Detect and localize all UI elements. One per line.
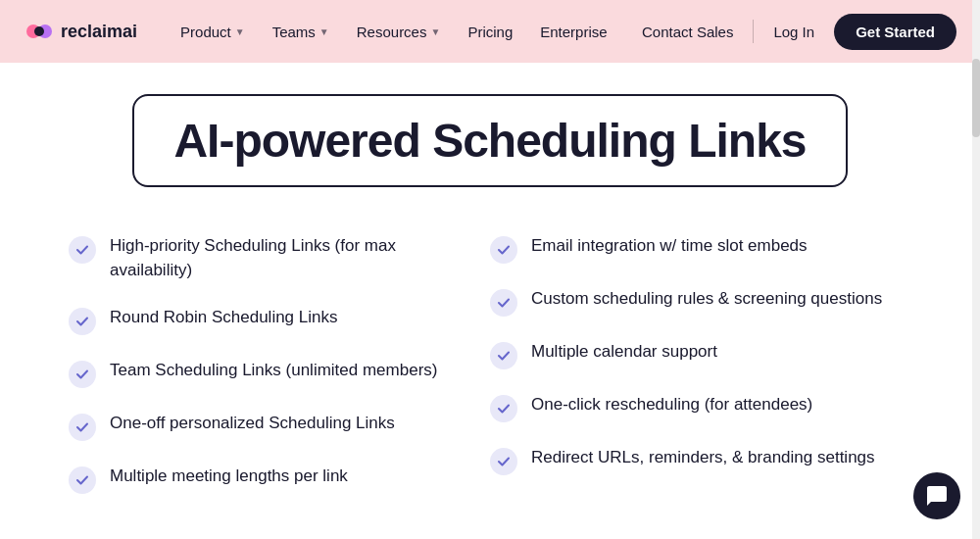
check-icon [69, 308, 96, 335]
check-icon [490, 289, 517, 317]
nav-links: Product ▼ Teams ▼ Resources ▼ Pricing En… [169, 16, 638, 48]
features-right: Email integration w/ time slot embeds Cu… [490, 222, 911, 506]
check-icon [69, 414, 96, 441]
main-content: AI-powered Scheduling Links High-priorit… [0, 63, 980, 529]
nav-item-resources[interactable]: Resources ▼ [345, 16, 453, 48]
log-in-link[interactable]: Log In [769, 16, 818, 48]
check-icon [69, 466, 96, 494]
chevron-down-icon: ▼ [430, 26, 440, 37]
feature-round-robin: Round Robin Scheduling Links [69, 294, 490, 347]
logo[interactable]: reclaimai [24, 16, 137, 47]
nav-item-teams[interactable]: Teams ▼ [261, 16, 341, 48]
feature-text: One-off personalized Scheduling Links [110, 412, 395, 436]
nav-item-product[interactable]: Product ▼ [169, 16, 257, 48]
feature-high-priority: High-priority Scheduling Links (for max … [69, 222, 490, 294]
nav-item-pricing[interactable]: Pricing [456, 16, 524, 48]
hero-title: AI-powered Scheduling Links [173, 114, 806, 168]
scrollbar[interactable] [972, 0, 980, 539]
feature-text: Multiple calendar support [531, 340, 717, 365]
check-icon [490, 448, 517, 475]
feature-redirect-urls: Redirect URLs, reminders, & branding set… [490, 434, 911, 487]
features-grid: High-priority Scheduling Links (for max … [69, 222, 911, 506]
chat-bubble-button[interactable] [913, 472, 960, 519]
chevron-down-icon: ▼ [235, 26, 245, 37]
feature-custom-scheduling: Custom scheduling rules & screening ques… [490, 275, 911, 328]
feature-text: High-priority Scheduling Links (for max … [110, 234, 470, 282]
check-icon [490, 236, 517, 264]
feature-text: One-click rescheduling (for attendees) [531, 393, 812, 417]
feature-text: Round Robin Scheduling Links [110, 306, 338, 330]
check-icon [69, 361, 96, 388]
logo-text: reclaimai [61, 22, 137, 42]
scrollbar-thumb[interactable] [972, 59, 980, 137]
hero-title-box: AI-powered Scheduling Links [132, 94, 847, 187]
nav-divider [753, 20, 754, 43]
check-icon [490, 342, 517, 369]
feature-text: Multiple meeting lengths per link [110, 465, 348, 489]
svg-point-2 [34, 26, 44, 36]
feature-text: Redirect URLs, reminders, & branding set… [531, 446, 875, 470]
nav-item-enterprise[interactable]: Enterprise [528, 16, 618, 48]
feature-text: Email integration w/ time slot embeds [531, 234, 808, 259]
check-icon [490, 395, 517, 422]
nav-right: Contact Sales Log In Get Started [638, 14, 956, 50]
feature-email-integration: Email integration w/ time slot embeds [490, 222, 911, 275]
feature-text: Team Scheduling Links (unlimited members… [110, 359, 437, 383]
feature-text: Custom scheduling rules & screening ques… [531, 287, 882, 312]
feature-meeting-lengths: Multiple meeting lengths per link [69, 453, 490, 506]
feature-one-off: One-off personalized Scheduling Links [69, 400, 490, 453]
feature-team-scheduling: Team Scheduling Links (unlimited members… [69, 347, 490, 400]
feature-calendar-support: Multiple calendar support [490, 328, 911, 381]
check-icon [69, 236, 96, 264]
hero-title-wrapper: AI-powered Scheduling Links [59, 94, 921, 187]
navbar: reclaimai Product ▼ Teams ▼ Resources ▼ … [0, 0, 980, 63]
feature-rescheduling: One-click rescheduling (for attendees) [490, 381, 911, 434]
features-left: High-priority Scheduling Links (for max … [69, 222, 490, 506]
chevron-down-icon: ▼ [319, 26, 329, 37]
contact-sales-link[interactable]: Contact Sales [638, 16, 737, 48]
get-started-button[interactable]: Get Started [834, 14, 956, 50]
